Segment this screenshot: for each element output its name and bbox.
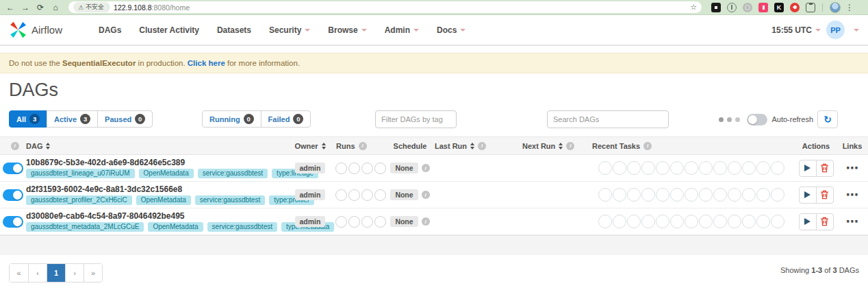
navbar-item-admin[interactable]: Admin bbox=[376, 25, 428, 35]
task-state-circle[interactable] bbox=[598, 188, 612, 202]
navbar-item-datasets[interactable]: Datasets bbox=[208, 25, 260, 35]
task-state-circle[interactable] bbox=[699, 215, 713, 228]
click-here-link[interactable]: Click here bbox=[188, 59, 225, 67]
column-header-last-run[interactable]: Last Run bbox=[429, 137, 517, 154]
airflow-brand[interactable]: Airflow bbox=[9, 21, 62, 39]
filter-tab-active[interactable]: Active3 bbox=[47, 110, 98, 128]
task-state-circle[interactable] bbox=[598, 161, 612, 175]
pagination-button[interactable]: « bbox=[10, 264, 28, 282]
task-state-circle[interactable] bbox=[756, 215, 770, 228]
links-menu-button[interactable]: ⋯ bbox=[846, 191, 859, 198]
links-menu-button[interactable]: ⋯ bbox=[846, 218, 859, 225]
filter-tab-failed[interactable]: Failed0 bbox=[261, 110, 311, 128]
navbar-item-security[interactable]: Security bbox=[260, 25, 319, 35]
task-state-circle[interactable] bbox=[742, 161, 756, 175]
navbar-item-cluster-activity[interactable]: Cluster Activity bbox=[130, 25, 208, 35]
sort-icon[interactable] bbox=[322, 143, 326, 149]
filter-tab-running[interactable]: Running0 bbox=[202, 110, 261, 128]
task-state-circle[interactable] bbox=[742, 188, 756, 202]
keep-icon[interactable]: K bbox=[774, 3, 784, 12]
clock-dropdown[interactable]: 15:55 UTC bbox=[771, 25, 821, 35]
navbar-item-docs[interactable]: Docs bbox=[428, 25, 474, 35]
search-input[interactable] bbox=[547, 110, 669, 128]
dag-pause-toggle[interactable] bbox=[3, 189, 23, 201]
task-state-circle[interactable] bbox=[670, 215, 684, 228]
sort-icon[interactable] bbox=[559, 143, 563, 149]
forward-icon[interactable]: → bbox=[19, 1, 31, 14]
task-state-circle[interactable] bbox=[713, 188, 727, 202]
home-icon[interactable]: ⌂ bbox=[49, 1, 62, 14]
run-state-circle[interactable] bbox=[374, 216, 386, 228]
run-state-circle[interactable] bbox=[348, 189, 360, 201]
column-header-dag[interactable]: DAG bbox=[26, 137, 290, 154]
pagination-button[interactable]: › bbox=[65, 264, 84, 282]
run-state-circle[interactable] bbox=[335, 163, 347, 174]
task-state-circle[interactable] bbox=[641, 161, 655, 175]
run-state-circle[interactable] bbox=[348, 216, 360, 228]
tag-filter-input[interactable] bbox=[375, 110, 457, 128]
dag-name-link[interactable]: 10b8679c-5b3e-402d-a6e9-8d6246e5c389 bbox=[26, 158, 185, 167]
dag-tag[interactable]: service:gaussdbtest bbox=[198, 169, 268, 178]
filter-tab-paused[interactable]: Paused0 bbox=[97, 110, 153, 128]
task-state-circle[interactable] bbox=[713, 161, 727, 175]
sort-icon[interactable] bbox=[46, 143, 50, 149]
pagination-button[interactable]: ‹ bbox=[28, 264, 47, 282]
dag-tag[interactable]: gaussdbtest_profiler_2CxH6ciC bbox=[26, 195, 132, 205]
run-state-circle[interactable] bbox=[361, 189, 373, 201]
user-avatar[interactable]: PP bbox=[826, 21, 845, 39]
task-state-circle[interactable] bbox=[756, 161, 770, 175]
task-state-circle[interactable] bbox=[771, 188, 784, 202]
dag-tag[interactable]: OpenMetadata bbox=[148, 222, 203, 232]
navbar-item-dags[interactable]: DAGs bbox=[90, 25, 130, 35]
task-state-circle[interactable] bbox=[613, 215, 626, 228]
task-state-circle[interactable] bbox=[756, 188, 770, 202]
delete-dag-button[interactable] bbox=[816, 160, 834, 177]
task-state-circle[interactable] bbox=[699, 161, 713, 175]
task-state-circle[interactable] bbox=[713, 215, 727, 228]
task-state-circle[interactable] bbox=[685, 188, 698, 202]
back-icon[interactable]: ← bbox=[4, 1, 16, 14]
task-state-circle[interactable] bbox=[641, 188, 655, 202]
extension-dark-icon[interactable] bbox=[711, 3, 721, 12]
reload-icon[interactable]: ⟳ bbox=[34, 1, 47, 14]
task-state-circle[interactable] bbox=[656, 188, 669, 202]
chevron-down-icon[interactable] bbox=[854, 29, 859, 32]
column-header-owner[interactable]: Owner bbox=[290, 137, 331, 154]
task-state-circle[interactable] bbox=[641, 215, 655, 228]
column-header-next-run[interactable]: Next Run bbox=[517, 137, 587, 154]
task-state-circle[interactable] bbox=[613, 188, 626, 202]
run-state-circle[interactable] bbox=[374, 189, 386, 201]
pagination-button[interactable]: » bbox=[84, 264, 102, 282]
pagination-page-current[interactable]: 1 bbox=[47, 264, 65, 282]
navbar-item-browse[interactable]: Browse bbox=[319, 25, 375, 35]
run-state-circle[interactable] bbox=[348, 163, 360, 174]
dag-tag[interactable]: gaussdbtest_metadata_2MLcGCuE bbox=[26, 222, 144, 232]
owner-badge[interactable]: admin bbox=[295, 189, 326, 200]
task-state-circle[interactable] bbox=[670, 161, 684, 175]
location-pin-icon[interactable] bbox=[790, 3, 800, 12]
site-security-chip[interactable]: ⚠ 不安全 bbox=[73, 2, 110, 12]
antenna-icon[interactable] bbox=[727, 3, 737, 12]
owner-badge[interactable]: admin bbox=[295, 216, 326, 227]
dag-tag[interactable]: OpenMetadata bbox=[139, 169, 194, 178]
dag-tag[interactable]: service:gaussdbtest bbox=[207, 222, 277, 232]
task-state-circle[interactable] bbox=[656, 161, 669, 175]
run-state-circle[interactable] bbox=[374, 163, 386, 174]
delete-dag-button[interactable] bbox=[816, 213, 834, 230]
task-state-circle[interactable] bbox=[613, 161, 626, 175]
dag-pause-toggle[interactable] bbox=[3, 216, 23, 228]
delete-dag-button[interactable] bbox=[816, 187, 834, 204]
schedule-badge[interactable]: None bbox=[390, 189, 418, 200]
xiaohongshu-icon[interactable] bbox=[758, 3, 768, 12]
task-state-circle[interactable] bbox=[771, 215, 784, 228]
links-menu-button[interactable]: ⋯ bbox=[846, 165, 859, 171]
run-state-circle[interactable] bbox=[335, 216, 347, 228]
trigger-dag-button[interactable] bbox=[799, 213, 817, 230]
browser-menu-icon[interactable]: ⋮ bbox=[843, 1, 856, 14]
filter-tab-all[interactable]: All3 bbox=[9, 110, 47, 128]
auto-refresh-toggle[interactable] bbox=[747, 114, 767, 125]
task-state-circle[interactable] bbox=[627, 188, 641, 202]
task-state-circle[interactable] bbox=[742, 215, 756, 228]
browser-profile-avatar[interactable] bbox=[830, 2, 841, 13]
task-state-circle[interactable] bbox=[728, 188, 741, 202]
